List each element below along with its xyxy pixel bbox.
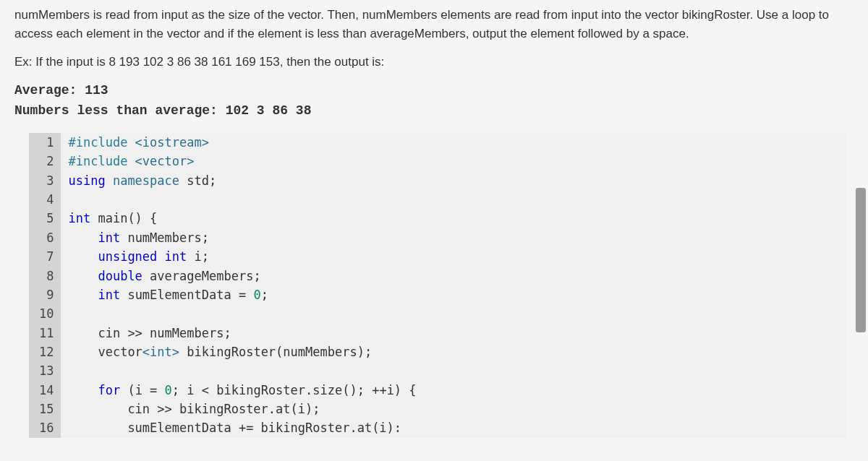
line-number: 14 — [29, 381, 61, 400]
line-number: 9 — [29, 285, 61, 304]
code-line: 9 int sumElementData = 0; — [29, 285, 846, 304]
code-line: 16 sumElementData += bikingRoster.at(i): — [29, 418, 846, 437]
code-text[interactable] — [61, 304, 846, 323]
line-number: 11 — [29, 324, 61, 342]
code-text[interactable]: cin >> numMembers; — [61, 324, 846, 342]
code-line: 14 for (i = 0; i < bikingRoster.size(); … — [29, 381, 846, 400]
code-text[interactable]: using namespace std; — [61, 171, 846, 190]
problem-description: numMembers is read from input as the siz… — [14, 6, 854, 43]
code-text[interactable]: double averageMembers; — [61, 267, 846, 285]
line-number: 6 — [29, 228, 61, 247]
problem-paragraph: numMembers is read from input as the siz… — [14, 8, 829, 40]
line-number: 5 — [29, 209, 61, 228]
code-line: 15 cin >> bikingRoster.at(i); — [29, 400, 846, 418]
code-line: 1 #include <iostream> — [29, 133, 846, 152]
code-line: 7 unsigned int i; — [29, 247, 846, 266]
code-line: 12 vector<int> bikingRoster(numMembers); — [29, 342, 846, 361]
output-line-2: Numbers less than average: 102 3 86 38 — [14, 100, 854, 121]
code-text[interactable]: int main() { — [61, 209, 846, 228]
example-intro: Ex: If the input is 8 193 102 3 86 38 16… — [14, 53, 854, 72]
line-number: 10 — [29, 304, 61, 323]
code-line: 5 int main() { — [29, 209, 846, 228]
code-editor[interactable]: 1 #include <iostream> 2 #include <vector… — [29, 133, 846, 438]
code-line: 2 #include <vector> — [29, 152, 846, 171]
code-line: 13 — [29, 361, 846, 380]
line-number: 16 — [29, 418, 61, 437]
code-text[interactable] — [61, 190, 846, 209]
code-text[interactable]: int sumElementData = 0; — [61, 285, 846, 304]
code-line: 4 — [29, 190, 846, 209]
code-text[interactable]: vector<int> bikingRoster(numMembers); — [61, 342, 846, 361]
output-line-1: Average: 113 — [14, 80, 854, 101]
code-line: 10 — [29, 304, 846, 323]
expected-output: Average: 113 Numbers less than average: … — [14, 80, 854, 122]
scrollbar-thumb[interactable] — [856, 188, 866, 332]
line-number: 8 — [29, 267, 61, 285]
code-text[interactable]: for (i = 0; i < bikingRoster.size(); ++i… — [61, 381, 846, 400]
code-text[interactable]: #include <iostream> — [61, 133, 846, 152]
code-text[interactable] — [61, 361, 846, 380]
line-number: 13 — [29, 361, 61, 380]
line-number: 3 — [29, 171, 61, 190]
line-number: 4 — [29, 190, 61, 209]
code-text[interactable]: cin >> bikingRoster.at(i); — [61, 400, 846, 418]
line-number: 7 — [29, 247, 61, 266]
code-line: 3 using namespace std; — [29, 171, 846, 190]
line-number: 15 — [29, 400, 61, 418]
code-text[interactable]: unsigned int i; — [61, 247, 846, 266]
code-text[interactable]: #include <vector> — [61, 152, 846, 171]
line-number: 1 — [29, 133, 61, 152]
code-line: 6 int numMembers; — [29, 228, 846, 247]
code-line: 8 double averageMembers; — [29, 267, 846, 285]
line-number: 2 — [29, 152, 61, 171]
code-text[interactable]: int numMembers; — [61, 228, 846, 247]
code-line: 11 cin >> numMembers; — [29, 324, 846, 342]
line-number: 12 — [29, 342, 61, 361]
code-text[interactable]: sumElementData += bikingRoster.at(i): — [61, 418, 846, 437]
